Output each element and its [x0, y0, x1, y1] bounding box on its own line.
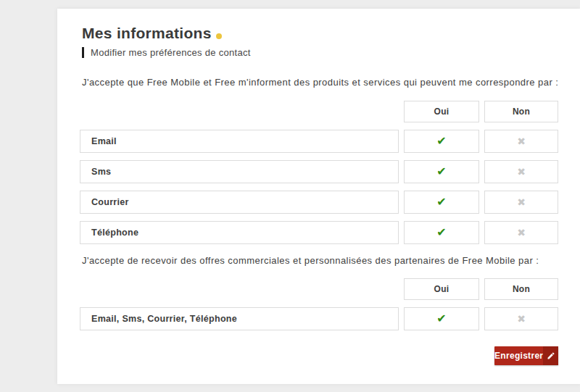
- contact-preferences-table: Oui Non Email ✔ ✖ Sms ✔ ✖ Courrier ✔ ✖ T…: [80, 101, 558, 244]
- row-label-all-channels: Email, Sms, Courrier, Téléphone: [80, 307, 399, 330]
- partner-preferences-table: Oui Non Email, Sms, Courrier, Téléphone …: [80, 278, 558, 330]
- check-icon: ✔: [436, 135, 446, 147]
- sms-non-option[interactable]: ✖: [484, 160, 558, 183]
- cross-icon: ✖: [517, 167, 526, 177]
- page-title: Mes informations: [82, 25, 222, 42]
- cross-icon: ✖: [517, 314, 526, 324]
- telephone-non-option[interactable]: ✖: [484, 221, 558, 244]
- row-label-sms: Sms: [80, 160, 399, 183]
- courrier-oui-option[interactable]: ✔: [404, 191, 479, 214]
- column-header-non: Non: [484, 101, 558, 122]
- email-oui-option[interactable]: ✔: [404, 130, 479, 153]
- column-header-oui: Oui: [404, 278, 479, 300]
- page-title-text: Mes informations: [82, 25, 212, 42]
- check-icon: ✔: [436, 166, 446, 178]
- cross-icon: ✖: [517, 197, 526, 207]
- content-card: Mes informations Modifier mes préférence…: [57, 9, 580, 384]
- row-label-courrier: Courrier: [80, 191, 399, 214]
- page-subtitle: Modifier mes préférences de contact: [82, 47, 251, 58]
- email-non-option[interactable]: ✖: [484, 130, 558, 153]
- courrier-non-option[interactable]: ✖: [484, 191, 558, 214]
- row-label-email: Email: [80, 130, 399, 153]
- column-header-oui: Oui: [404, 101, 479, 122]
- table-header-spacer: [80, 101, 399, 122]
- consent-intro-free-mobile: J'accepte que Free Mobile et Free m'info…: [82, 77, 558, 88]
- pencil-icon: [543, 346, 558, 365]
- row-label-telephone: Téléphone: [80, 221, 399, 244]
- partners-non-option[interactable]: ✖: [484, 307, 558, 330]
- check-icon: ✔: [436, 196, 446, 208]
- title-accent-dot: [216, 33, 222, 39]
- save-button[interactable]: Enregistrer: [494, 346, 558, 365]
- cross-icon: ✖: [517, 136, 526, 146]
- subtitle-accent-bar: [82, 47, 84, 58]
- page-subtitle-text: Modifier mes préférences de contact: [91, 47, 251, 58]
- save-button-label: Enregistrer: [494, 351, 543, 361]
- check-icon: ✔: [436, 313, 446, 325]
- sms-oui-option[interactable]: ✔: [404, 160, 479, 183]
- partners-oui-option[interactable]: ✔: [404, 307, 479, 330]
- table-header-spacer: [80, 278, 399, 300]
- check-icon: ✔: [436, 227, 446, 238]
- column-header-non: Non: [484, 278, 558, 300]
- telephone-oui-option[interactable]: ✔: [404, 221, 479, 244]
- cross-icon: ✖: [517, 228, 526, 238]
- consent-intro-partners: J'accepte de recevoir des offres commerc…: [82, 255, 539, 266]
